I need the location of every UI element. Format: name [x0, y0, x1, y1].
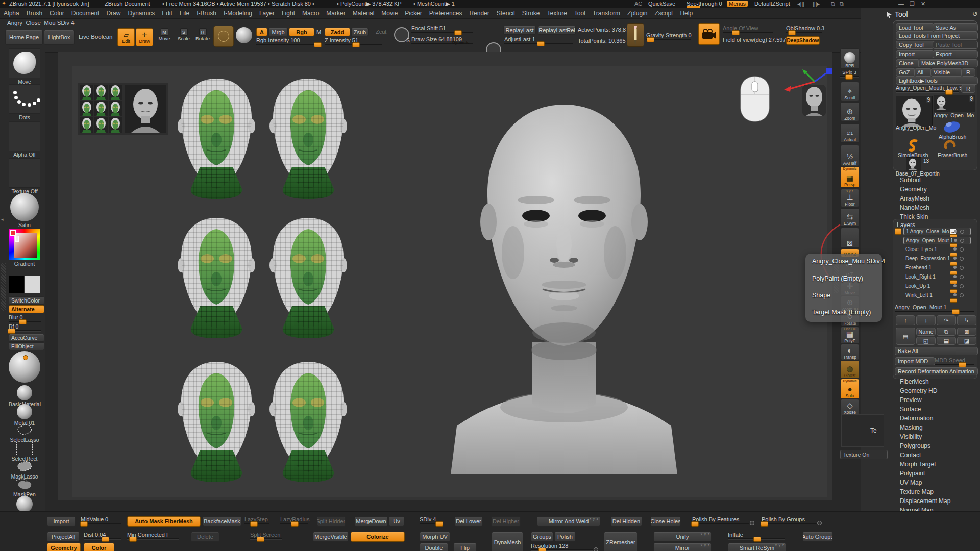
menu-transform[interactable]: Transform: [593, 10, 620, 17]
tool-thumb-active[interactable]: 9: [896, 96, 933, 129]
save-as-button[interactable]: Save As: [933, 23, 978, 32]
zsub-button[interactable]: Zsub: [351, 28, 369, 36]
PolyF-toolbar-button[interactable]: Line Fill▦PolyF: [840, 327, 860, 344]
sidebar-item-accucurve[interactable]: AccuCurve: [9, 334, 40, 342]
a-button[interactable]: A: [256, 28, 267, 36]
expression-thumb[interactable]: [80, 117, 93, 133]
polish-by-groups-slider[interactable]: Polish By Groups: [762, 516, 817, 524]
dynamic-toggle[interactable]: Dynamic: [452, 40, 469, 45]
layer-delete-button[interactable]: ⊠: [957, 328, 976, 336]
Floor-toolbar-button[interactable]: x y z⊥Floor: [840, 189, 860, 207]
section-contact[interactable]: Contact: [900, 452, 921, 459]
live-boolean-button[interactable]: Live Boolean: [79, 34, 113, 40]
orientation-gizmo[interactable]: [783, 66, 839, 122]
double-button[interactable]: Double: [420, 543, 448, 551]
import-tool-button[interactable]: Import: [896, 50, 934, 58]
section-geometry-hd[interactable]: Geometry HD: [900, 387, 937, 394]
smart-resym-button[interactable]: Smart ReSymx y z: [728, 543, 786, 551]
section-polypaint[interactable]: Polypaint: [900, 470, 925, 477]
section-displacement-map[interactable]: Displacement Map: [900, 497, 950, 505]
menu-brush[interactable]: Brush: [27, 10, 42, 17]
Ghost-toolbar-button[interactable]: ◍Ghost: [840, 360, 860, 379]
default-zscript-button[interactable]: DefaultZScript: [754, 1, 790, 7]
menu-layer[interactable]: Layer: [259, 10, 275, 17]
section-polygroups[interactable]: Polygroups: [900, 442, 930, 449]
layer-record-swatch[interactable]: [895, 228, 901, 235]
section-visibility[interactable]: Visibility: [900, 433, 922, 440]
sidebar-item-masklasso[interactable]: MaskLasso: [9, 460, 40, 480]
colorize-button[interactable]: Colorize: [351, 532, 405, 542]
lightbox-button[interactable]: LightBox: [44, 30, 75, 45]
section-morph-target[interactable]: Morph Target: [900, 461, 936, 468]
menu-material[interactable]: Material: [353, 10, 375, 17]
section-subtool[interactable]: Subtool: [900, 177, 921, 184]
menu-color[interactable]: Color: [50, 10, 64, 17]
del-lower-button[interactable]: Del Lower: [454, 516, 483, 527]
mergevisible-button[interactable]: MergeVisible: [313, 532, 349, 542]
section-geometry[interactable]: Geometry: [900, 186, 927, 193]
load-tools-from-project-button[interactable]: Load Tools From Project: [896, 32, 978, 40]
menu-picker[interactable]: Picker: [405, 10, 422, 17]
layer-invert-button[interactable]: ◪: [957, 337, 976, 345]
accucurve-button[interactable]: AccuCurve: [9, 334, 44, 342]
rgb-intensity-slider[interactable]: Rgb Intensity 100: [256, 37, 322, 45]
subtool-r-button[interactable]: R: [961, 85, 975, 93]
expression-thumb[interactable]: [109, 117, 122, 133]
mirror-and-weld-button[interactable]: Mirror And Weldx y z: [537, 516, 600, 527]
sidebar-item-alternate[interactable]: Alternate: [9, 305, 40, 313]
deep-shadow-button[interactable]: DeepShadow: [786, 36, 820, 45]
Zoom-toolbar-button[interactable]: ⊕Zoom: [840, 102, 860, 121]
expression-thumb[interactable]: [94, 101, 108, 116]
dock-right-icon[interactable]: |||▸: [813, 1, 820, 7]
tool-history-icon[interactable]: ↺: [972, 10, 978, 18]
dock-left-icon[interactable]: ◂|||: [797, 1, 804, 7]
Persp-toolbar-button[interactable]: Dynamic▦Persp: [840, 166, 860, 188]
goz-button[interactable]: GoZ: [896, 68, 916, 77]
section-masking[interactable]: Masking: [900, 424, 923, 431]
sidebar-item-switchcolor[interactable]: SwitchColor: [9, 296, 40, 305]
obj-shadow-slider[interactable]: ObjShadow 0.3: [786, 25, 822, 33]
sidebar-item-selectlasso[interactable]: SelectLasso: [9, 423, 40, 443]
layer-row[interactable]: Look_Right 1: [903, 273, 970, 280]
expression-thumb[interactable]: [94, 85, 108, 100]
spix-slider[interactable]: SPix 3: [840, 69, 859, 77]
layer-arrow-button-2[interactable]: ↷: [937, 315, 956, 325]
groups-button[interactable]: Groups: [531, 532, 553, 542]
sidebar-item-bigball[interactable]: [9, 351, 40, 383]
layer-duplicate-button[interactable]: ⧉: [937, 328, 956, 336]
active-subtool-slider[interactable]: Angry_Open_Mouth_Low. 50: [896, 85, 959, 92]
layer-arrow-button-1[interactable]: ↓: [916, 315, 936, 325]
menu-file[interactable]: File: [180, 10, 189, 17]
backfacemask-button[interactable]: BackfaceMask: [203, 516, 241, 527]
Actual-toolbar-button[interactable]: 1:1Actual: [840, 123, 860, 143]
clone-button[interactable]: Clone: [896, 59, 920, 67]
layer-arrow-button-3[interactable]: ↳: [957, 315, 976, 325]
morph-uv-button[interactable]: Morph UV: [420, 532, 450, 542]
sidebar-item-selectrect[interactable]: SelectRect: [9, 442, 40, 462]
rotate-button[interactable]: RRotate: [194, 28, 211, 41]
replay-last-rel-button[interactable]: ReplayLastRel: [538, 26, 576, 35]
layer-merge-button[interactable]: ⬓: [937, 337, 956, 345]
mirror-button[interactable]: Mirrorx y z: [653, 543, 712, 551]
rgb-button[interactable]: Rgb: [289, 28, 314, 36]
layer-file-button[interactable]: ▤: [896, 328, 915, 345]
menu-preferences[interactable]: Preferences: [429, 10, 462, 17]
menu-zplugin[interactable]: Zplugin: [627, 10, 647, 17]
expression-thumb[interactable]: [94, 117, 108, 133]
expression-thumb[interactable]: [80, 101, 93, 116]
panel-toggle-icon[interactable]: ⧉: [831, 1, 835, 7]
layer-strength-slider[interactable]: Angry_Open_Mout 1: [895, 304, 974, 312]
flip-button[interactable]: Flip: [453, 543, 477, 551]
sidebar-item-rf-0[interactable]: Rf 0: [9, 323, 40, 331]
base-head-thumb[interactable]: 13: [906, 157, 921, 171]
menu-tool[interactable]: Tool: [574, 10, 585, 17]
menu-light[interactable]: Light: [282, 10, 295, 17]
dynamesh-button[interactable]: DynaMesh: [492, 532, 523, 551]
restore-button[interactable]: ❐: [910, 1, 915, 7]
section-nanomesh[interactable]: NanoMesh: [900, 204, 929, 211]
color-picker[interactable]: [9, 229, 40, 260]
midvalue-0-slider[interactable]: MidValue 0: [81, 516, 121, 524]
resolution-128-slider[interactable]: Resolution 128: [531, 543, 593, 550]
fillobject-button[interactable]: FillObject: [9, 342, 44, 350]
Solo-toolbar-button[interactable]: Dynamic●Solo: [840, 379, 860, 399]
